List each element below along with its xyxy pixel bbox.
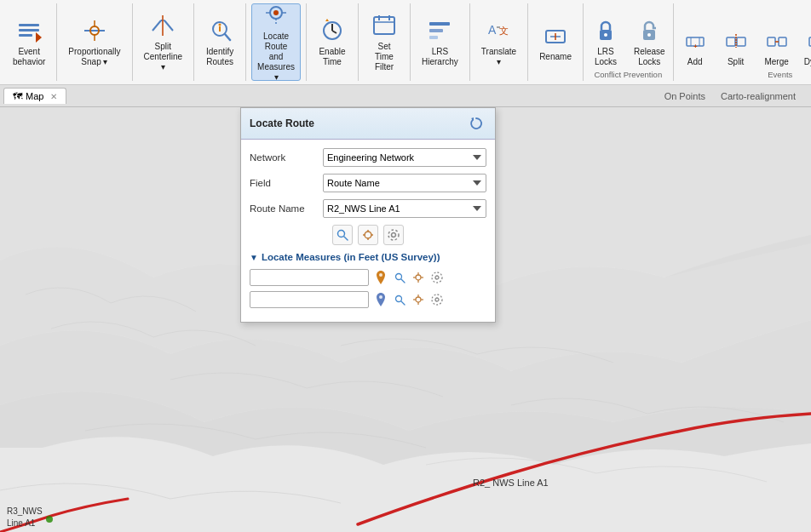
translate-icon: A文 <box>485 17 512 44</box>
svg-line-13 <box>225 34 230 40</box>
network-select[interactable]: Engineering Network Network 2 <box>323 148 486 167</box>
svg-rect-50 <box>779 37 786 46</box>
search-from-icon[interactable] <box>391 269 408 286</box>
collapse-arrow: ▼ <box>250 253 258 262</box>
translate-button[interactable]: A文 Translate ▾ <box>475 3 522 81</box>
dynseg-button[interactable]: DynSeg <box>798 25 811 70</box>
network-label: Network <box>250 152 318 163</box>
svg-text:文: 文 <box>499 26 509 36</box>
field-select[interactable]: Route Name Route ID <box>323 174 486 192</box>
svg-point-70 <box>395 273 401 279</box>
panel-header: Locate Route <box>241 108 495 140</box>
settings-button[interactable] <box>383 225 404 245</box>
on-points-tab[interactable]: On Points <box>659 89 710 103</box>
identify-routes-button[interactable]: IdentifyRoutes <box>199 3 240 81</box>
svg-point-62 <box>365 232 371 238</box>
svg-text:+: + <box>693 43 698 50</box>
svg-rect-29 <box>429 22 450 26</box>
measure-from-row <box>250 269 486 286</box>
svg-point-72 <box>416 275 421 280</box>
identify-routes-label: IdentifyRoutes <box>206 47 233 67</box>
carto-realignment-tab[interactable]: Carto-realignment <box>716 89 801 103</box>
toolbar-top: Event behavior ProportionallySnap ▾ Spli… <box>0 0 811 84</box>
event-behavior-button[interactable]: Event behavior <box>7 3 51 81</box>
pin-orange-icon[interactable] <box>372 269 389 286</box>
panel-refresh-button[interactable] <box>466 113 486 134</box>
split-button[interactable]: Split <box>716 25 756 70</box>
svg-rect-46 <box>727 37 735 46</box>
search-to-icon[interactable] <box>391 291 408 308</box>
split-centerline-label: SplitCenterline ▾ <box>144 42 183 72</box>
rename-icon <box>542 22 569 49</box>
svg-rect-30 <box>429 29 443 32</box>
lrs-hierarchy-label: LRSHierarchy <box>422 47 458 67</box>
measure-from-input[interactable] <box>250 269 369 286</box>
measure-to-row <box>250 291 486 308</box>
group-proportionally-snap: ProportionallySnap ▾ <box>57 3 132 81</box>
locate-route-label: Locate Routeand Measures ▾ <box>257 31 295 83</box>
svg-line-8 <box>152 20 161 31</box>
set-time-filter-icon <box>371 12 398 39</box>
measure-to-input[interactable] <box>250 291 369 308</box>
settings-from-icon[interactable] <box>429 269 446 286</box>
svg-point-78 <box>432 272 442 283</box>
measure-to-icons <box>372 291 446 308</box>
close-icon[interactable]: ✕ <box>50 92 57 101</box>
proportionally-snap-button[interactable]: ProportionallySnap ▾ <box>62 3 126 81</box>
release-locks-button[interactable]: ReleaseLocks <box>628 14 671 70</box>
svg-rect-25 <box>374 17 394 34</box>
group-event-behavior: Event behavior <box>2 3 57 81</box>
lrs-locks-button[interactable]: LRSLocks <box>585 14 626 70</box>
snap-to-icon[interactable] <box>410 291 427 308</box>
svg-point-79 <box>379 295 382 299</box>
map-tab[interactable]: 🗺 Map ✕ <box>3 88 66 104</box>
route-name-label: Route Name <box>250 203 318 214</box>
svg-rect-0 <box>19 24 39 26</box>
merge-button[interactable]: Merge <box>757 25 797 70</box>
enable-time-icon <box>319 17 346 44</box>
locate-route-icon <box>262 2 290 29</box>
merge-icon <box>763 27 791 54</box>
svg-point-67 <box>392 233 396 237</box>
enable-time-button[interactable]: EnableTime <box>312 3 353 81</box>
svg-rect-2 <box>19 34 32 37</box>
search-button[interactable] <box>332 225 353 245</box>
measure-from-icons <box>372 269 446 286</box>
field-row: Field Route Name Route ID <box>250 174 486 192</box>
pin-blue-icon[interactable] <box>372 291 389 308</box>
group-rename: Rename <box>528 3 584 81</box>
add-button[interactable]: + Add <box>676 25 715 70</box>
svg-point-58 <box>46 516 53 523</box>
crosshair-button[interactable] <box>358 225 378 245</box>
svg-line-61 <box>344 237 348 240</box>
proportionally-snap-label: ProportionallySnap ▾ <box>68 47 120 67</box>
snap-from-icon[interactable] <box>410 269 427 286</box>
locate-route-button[interactable]: Locate Routeand Measures ▾ <box>251 3 301 81</box>
split-label: Split <box>728 57 744 67</box>
svg-point-82 <box>416 297 421 302</box>
group-locate-route: Locate Routeand Measures ▾ <box>246 3 307 81</box>
dynseg-label: DynSeg <box>804 57 811 67</box>
split-centerline-button[interactable]: SplitCenterline ▾ <box>138 3 189 81</box>
event-behavior-label: Event behavior <box>13 47 45 67</box>
svg-point-87 <box>435 298 439 301</box>
lrs-hierarchy-button[interactable]: LRSHierarchy <box>416 3 464 81</box>
action-icons-row <box>250 225 486 245</box>
settings-to-icon[interactable] <box>429 291 446 308</box>
svg-point-41 <box>647 33 651 37</box>
proportionally-snap-icon <box>81 17 108 44</box>
svg-rect-47 <box>737 37 745 46</box>
locate-measures-header[interactable]: ▼ Locate Measures (in Feet (US Survey)) <box>250 252 486 262</box>
group-set-time-filter: Set TimeFilter <box>359 3 411 81</box>
route-r2-label: R2_ NWS Line A1 <box>473 478 549 488</box>
set-time-filter-button[interactable]: Set TimeFilter <box>364 3 405 81</box>
svg-line-9 <box>164 20 173 31</box>
svg-point-77 <box>435 276 439 279</box>
add-icon: + <box>682 27 709 54</box>
svg-line-81 <box>401 301 405 305</box>
svg-marker-3 <box>36 32 42 43</box>
map-area: R2_ NWS Line A1 R3_NWS Line A1 Locate Ro… <box>0 107 811 532</box>
svg-point-39 <box>604 33 607 37</box>
route-name-select[interactable]: R2_NWS Line A1 R3_NWS Line A1 <box>323 199 486 218</box>
rename-button[interactable]: Rename <box>533 3 578 81</box>
